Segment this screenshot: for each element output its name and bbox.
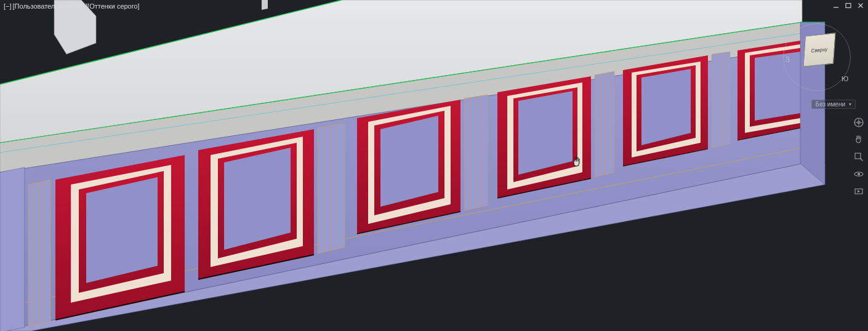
- viewport-maximize-button[interactable]: [843, 1, 853, 10]
- visual-style-selector-label: Без имени: [816, 101, 845, 108]
- visual-style-selector[interactable]: Без имени ▾: [811, 100, 856, 109]
- svg-marker-19: [28, 180, 50, 326]
- full-nav-wheel-icon[interactable]: [852, 116, 866, 129]
- pilaster-1: [28, 180, 50, 326]
- pilaster-2: [318, 123, 345, 253]
- zoom-extents-icon[interactable]: [852, 150, 866, 164]
- svg-marker-28: [318, 123, 345, 253]
- svg-marker-55: [712, 52, 730, 148]
- pan-icon[interactable]: [852, 133, 866, 146]
- navigation-bar: [852, 116, 866, 198]
- viewport-close-button[interactable]: [856, 1, 866, 10]
- panel-1: [55, 155, 185, 320]
- viewport-minimize-button[interactable]: [831, 1, 841, 10]
- svg-line-9: [860, 158, 863, 161]
- panel-3: [357, 100, 460, 234]
- panel-4: [497, 76, 591, 198]
- viewcube-west-label[interactable]: З: [786, 55, 790, 64]
- svg-rect-1: [846, 4, 851, 8]
- panel-5: [623, 55, 708, 166]
- svg-marker-13: [858, 190, 860, 193]
- pilaster-4: [595, 71, 614, 177]
- viewport-view-control[interactable]: [Пользовательский вид]: [13, 2, 88, 10]
- svg-rect-8: [855, 153, 861, 159]
- left-return: [0, 167, 25, 331]
- viewport-controls: [−] [Пользовательский вид] [Оттенки серо…: [2, 2, 140, 10]
- svg-point-11: [858, 173, 860, 175]
- svg-marker-37: [464, 95, 488, 210]
- view-cube[interactable]: Сверху З Ю: [783, 23, 851, 91]
- model-viewport[interactable]: [0, 0, 868, 331]
- showmotion-icon[interactable]: [852, 185, 866, 198]
- pilaster-5: [712, 52, 730, 148]
- orbit-icon[interactable]: [852, 167, 866, 181]
- viewport-window-controls: [831, 1, 866, 10]
- viewcube-south-label[interactable]: Ю: [842, 75, 848, 82]
- svg-marker-53: [641, 69, 691, 145]
- background-post-2: [262, 0, 268, 10]
- viewport-visual-style[interactable]: [Оттенки серого]: [87, 2, 140, 10]
- viewport-minimize-toggle[interactable]: [−]: [2, 2, 13, 10]
- chevron-down-icon: ▾: [849, 102, 851, 107]
- pilaster-3: [464, 95, 488, 210]
- viewcube-top-face[interactable]: Сверху: [803, 33, 835, 67]
- svg-marker-26: [224, 148, 291, 250]
- svg-marker-44: [518, 91, 573, 175]
- panel-2: [198, 129, 314, 279]
- svg-marker-17: [86, 177, 158, 283]
- pan-cursor-icon: [570, 155, 584, 169]
- svg-marker-35: [380, 116, 438, 207]
